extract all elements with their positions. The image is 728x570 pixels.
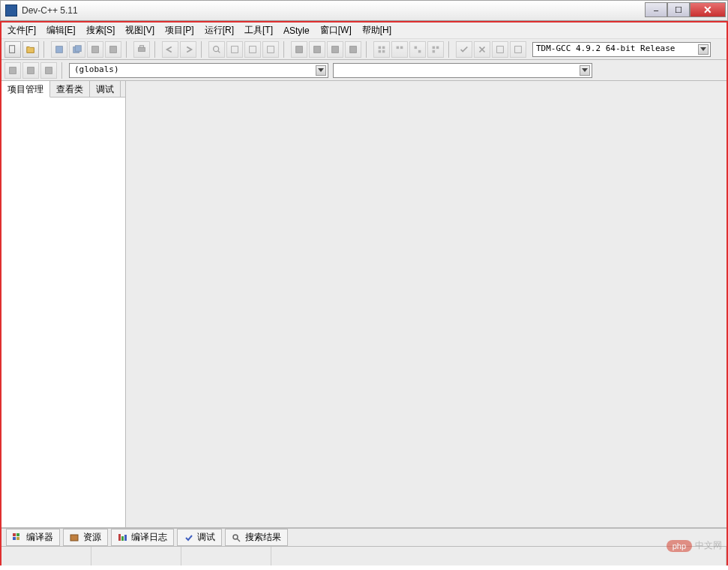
debug-button[interactable] xyxy=(373,41,390,58)
debug-icon xyxy=(184,533,194,542)
open-button[interactable] xyxy=(22,41,39,58)
svg-rect-10 xyxy=(232,46,238,52)
sidebar-tab-debug[interactable]: 调试 xyxy=(90,81,121,97)
svg-rect-13 xyxy=(296,46,303,52)
svg-line-9 xyxy=(218,50,220,52)
compiler-icon xyxy=(13,533,23,542)
svg-rect-28 xyxy=(497,46,504,52)
close-button[interactable]: ✕ xyxy=(690,2,726,17)
new-class-button[interactable] xyxy=(4,62,21,79)
project-tree[interactable] xyxy=(1,98,125,527)
menu-run[interactable]: 运行[R] xyxy=(205,24,234,37)
menu-project[interactable]: 项目[P] xyxy=(165,24,194,37)
svg-rect-5 xyxy=(110,46,117,52)
title-bar: Dev-C++ 5.11 – ☐ ✕ xyxy=(0,0,728,21)
svg-rect-26 xyxy=(436,46,439,49)
goto-line-button[interactable] xyxy=(262,41,279,58)
scope-selector[interactable]: (globals) xyxy=(69,63,328,78)
toggle-button[interactable] xyxy=(40,62,57,79)
watermark-text: 中文网 xyxy=(695,539,722,552)
svg-rect-30 xyxy=(10,67,16,74)
new-file-button[interactable] xyxy=(4,41,21,58)
svg-rect-19 xyxy=(379,50,382,52)
svg-rect-27 xyxy=(433,50,436,52)
goto-breakpoint-button[interactable] xyxy=(427,41,444,58)
close-file-button[interactable] xyxy=(105,41,121,58)
run-button[interactable] xyxy=(309,41,325,58)
bottom-tabs: 编译器 资源 编译日志 调试 搜索结果 xyxy=(1,528,727,546)
member-selector[interactable] xyxy=(333,63,592,78)
menu-file[interactable]: 文件[F] xyxy=(7,24,36,37)
sidebar: 项目管理 查看类 调试 xyxy=(1,81,126,527)
sidebar-tab-project[interactable]: 项目管理 xyxy=(1,81,50,98)
svg-line-42 xyxy=(237,538,240,542)
menu-window[interactable]: 窗口[W] xyxy=(320,24,352,37)
menu-edit[interactable]: 编辑[E] xyxy=(46,24,76,37)
menu-tools[interactable]: 工具[T] xyxy=(244,24,273,37)
compile-button[interactable] xyxy=(291,41,307,58)
dropdown-arrow-icon xyxy=(580,65,590,76)
svg-rect-36 xyxy=(16,537,19,540)
minimize-button[interactable]: – xyxy=(645,2,667,17)
save-all-button[interactable] xyxy=(69,41,85,58)
svg-rect-6 xyxy=(139,47,145,51)
svg-rect-20 xyxy=(382,50,385,52)
svg-rect-0 xyxy=(10,45,15,52)
find-button[interactable] xyxy=(208,41,225,58)
sidebar-tabs: 项目管理 查看类 调试 xyxy=(1,81,125,98)
sidebar-tab-classes[interactable]: 查看类 xyxy=(50,81,90,97)
options2-button[interactable] xyxy=(510,41,526,58)
resources-icon xyxy=(70,533,80,542)
svg-rect-22 xyxy=(400,46,403,49)
watermark: php 中文网 xyxy=(667,539,722,552)
bottom-tab-compile-log[interactable]: 编译日志 xyxy=(111,529,174,546)
svg-rect-14 xyxy=(314,46,321,52)
redo-button[interactable] xyxy=(180,41,196,58)
rebuild-button[interactable] xyxy=(345,41,361,58)
menu-search[interactable]: 搜索[S] xyxy=(86,24,115,37)
menu-bar: 文件[F] 编辑[E] 搜索[S] 视图[V] 项目[P] 运行[R] 工具[T… xyxy=(1,22,727,39)
search-icon xyxy=(232,533,242,542)
svg-rect-17 xyxy=(379,46,382,49)
profile-button[interactable] xyxy=(409,41,426,58)
replace-button[interactable] xyxy=(226,41,243,58)
svg-rect-23 xyxy=(415,46,418,49)
svg-rect-33 xyxy=(13,533,16,536)
dropdown-arrow-icon xyxy=(316,65,326,76)
bottom-tab-debug[interactable]: 调试 xyxy=(177,529,222,546)
svg-rect-16 xyxy=(350,46,357,52)
bottom-tab-resources[interactable]: 资源 xyxy=(63,529,108,546)
menu-view[interactable]: 视图[V] xyxy=(125,24,154,37)
svg-rect-38 xyxy=(118,534,121,541)
svg-rect-12 xyxy=(268,46,274,52)
log-icon xyxy=(118,533,128,542)
save-button[interactable] xyxy=(51,41,67,58)
menu-astyle[interactable]: AStyle xyxy=(283,26,310,36)
scope-selected-text: (globals) xyxy=(74,64,119,74)
insert-button[interactable] xyxy=(22,62,39,79)
main-toolbar: TDM-GCC 4.9.2 64-bit Release xyxy=(1,39,727,60)
bottom-tab-compiler[interactable]: 编译器 xyxy=(6,529,60,546)
scope-toolbar: (globals) xyxy=(1,60,727,81)
delete-button[interactable] xyxy=(474,41,490,58)
svg-rect-40 xyxy=(124,535,127,541)
editor-area[interactable] xyxy=(126,81,727,527)
menu-help[interactable]: 帮助[H] xyxy=(362,24,391,37)
compiler-selector[interactable]: TDM-GCC 4.9.2 64-bit Release xyxy=(532,42,711,57)
svg-rect-24 xyxy=(418,50,421,52)
print-button[interactable] xyxy=(133,41,150,58)
maximize-button[interactable]: ☐ xyxy=(667,2,690,17)
svg-rect-3 xyxy=(75,45,81,51)
options-button[interactable] xyxy=(492,41,508,58)
undo-button[interactable] xyxy=(162,41,178,58)
stop-button[interactable] xyxy=(391,41,408,58)
bottom-tab-find-results[interactable]: 搜索结果 xyxy=(225,529,288,546)
svg-rect-1 xyxy=(56,46,63,52)
find-next-button[interactable] xyxy=(244,41,261,58)
svg-rect-34 xyxy=(16,533,19,536)
check-button[interactable] xyxy=(456,41,472,58)
svg-rect-4 xyxy=(92,46,99,52)
svg-rect-21 xyxy=(397,46,400,49)
save-as-button[interactable] xyxy=(87,41,103,58)
compile-run-button[interactable] xyxy=(327,41,343,58)
